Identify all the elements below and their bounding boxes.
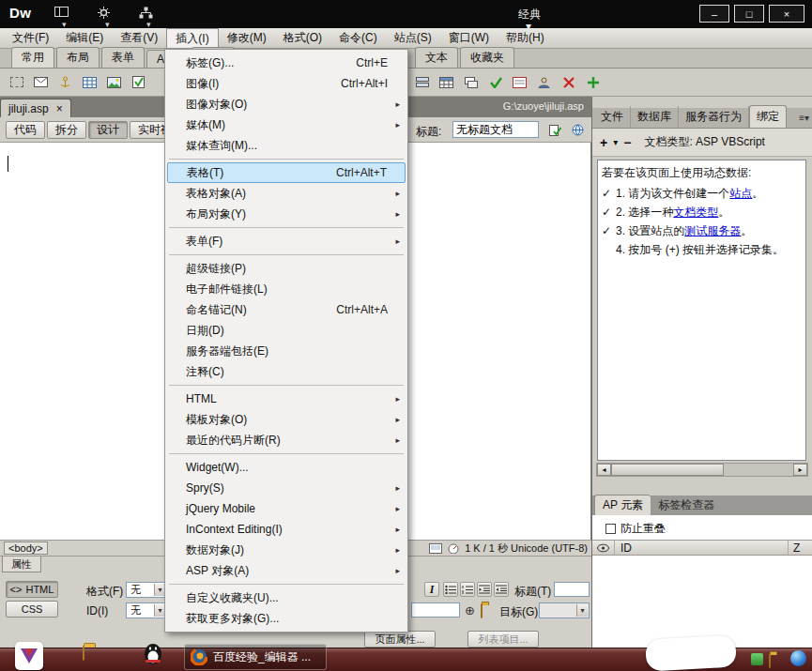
server-object-icon[interactable] — [411, 71, 433, 93]
close-button[interactable]: × — [769, 5, 804, 23]
window-size-icon[interactable] — [429, 543, 442, 554]
menu-window[interactable]: 窗口(W) — [440, 28, 498, 48]
properties-tab[interactable]: 属性 — [2, 557, 41, 572]
design-view-button[interactable]: 设计 — [88, 121, 128, 139]
taskbar-firefox-task[interactable]: 百度经验_编辑器 ... — [184, 644, 327, 670]
tab-ap-elements[interactable]: AP 元素 — [594, 495, 651, 515]
taskbar-explorer-icon[interactable] — [83, 647, 84, 660]
menu-item-data-objects[interactable]: 数据对象(J)▸ — [167, 540, 406, 560]
menu-commands[interactable]: 命令(C) — [330, 28, 386, 48]
prevent-overlap-checkbox[interactable] — [605, 524, 616, 534]
scroll-left-icon[interactable]: ◂ — [597, 464, 611, 476]
user-auth-icon[interactable] — [533, 71, 555, 93]
visibility-eye-icon[interactable] — [592, 541, 615, 555]
doctype-link[interactable]: 文档类型 — [673, 206, 718, 219]
layout-switcher-button[interactable]: ▾ — [54, 7, 69, 17]
menu-modify[interactable]: 修改(M) — [219, 28, 275, 48]
tab-text[interactable]: 文本 — [415, 47, 458, 68]
horizontal-scrollbar[interactable]: ◂ ▸ — [596, 463, 808, 477]
scroll-right-icon[interactable]: ▸ — [793, 464, 807, 476]
split-view-button[interactable]: 拆分 — [47, 121, 86, 139]
tray-antivirus-icon[interactable] — [751, 653, 763, 665]
menu-item-widget[interactable]: Widget(W)... — [167, 457, 406, 478]
checkbox-widget-icon[interactable] — [128, 71, 149, 93]
menu-item-table-objects[interactable]: 表格对象(A)▸ — [167, 183, 406, 204]
ordered-list-icon[interactable] — [460, 582, 475, 597]
indent-icon[interactable] — [494, 582, 509, 597]
menu-item-form[interactable]: 表单(F)▸ — [167, 231, 406, 252]
tab-databases[interactable]: 数据库 — [631, 106, 679, 128]
tab-forms[interactable]: 表单 — [101, 47, 145, 68]
scrollbar-thumb[interactable] — [611, 464, 724, 476]
repeat-region-icon[interactable] — [460, 71, 482, 93]
preview-globe-icon[interactable] — [567, 119, 589, 141]
menu-item-server-side-include[interactable]: 服务器端包括(E) — [167, 341, 406, 361]
link-input[interactable] — [411, 602, 460, 618]
menu-item-incontext-editing[interactable]: InContext Editing(I)▸ — [167, 519, 406, 540]
page-properties-button[interactable]: 页面属性... — [364, 631, 436, 648]
css-mode-button[interactable]: CSS — [6, 601, 58, 618]
tab-layout[interactable]: 布局 — [56, 47, 100, 68]
menu-view[interactable]: 查看(V) — [112, 28, 166, 48]
panel-menu-icon[interactable]: ≡▾ — [799, 113, 809, 123]
tab-bindings[interactable]: 绑定 — [749, 105, 787, 128]
menu-item-email-link[interactable]: 电子邮件链接(L) — [167, 279, 406, 299]
unordered-list-icon[interactable] — [443, 582, 458, 597]
dynamic-check-icon[interactable] — [484, 71, 506, 93]
maximize-button[interactable]: □ — [734, 5, 764, 23]
menu-item-layout-objects[interactable]: 布局对象(Y)▸ — [167, 204, 406, 224]
check-page-icon[interactable] — [544, 119, 566, 141]
document-tab[interactable]: jiluji.asp × — [0, 99, 71, 117]
table-icon[interactable] — [79, 71, 100, 93]
browse-folder-icon[interactable] — [481, 604, 483, 618]
menu-item-hyperlink[interactable]: 超级链接(P) — [167, 258, 406, 279]
tray-folder-icon[interactable] — [769, 654, 771, 667]
add-record-icon[interactable] — [582, 71, 604, 93]
heading-input[interactable] — [554, 582, 590, 597]
menu-item-tag[interactable]: 标签(G)...Ctrl+E — [167, 53, 406, 73]
menu-item-media-queries[interactable]: 媒体查询(M)... — [167, 135, 406, 156]
menu-item-named-anchor[interactable]: 命名锚记(N)Ctrl+Alt+A — [167, 299, 406, 320]
test-server-link[interactable]: 测试服务器 — [684, 224, 741, 237]
tab-favorites[interactable]: 收藏夹 — [460, 47, 514, 68]
menu-item-recent-snippets[interactable]: 最近的代码片断(R)▸ — [167, 430, 406, 450]
tag-selector-body[interactable]: <body> — [4, 541, 48, 555]
id-dropdown[interactable]: 无▾ — [126, 602, 167, 618]
minimize-button[interactable]: – — [699, 5, 729, 23]
menu-item-customize-favorites[interactable]: 自定义收藏夹(U)... — [167, 587, 406, 608]
menu-item-image-objects[interactable]: 图像对象(O)▸ — [167, 94, 406, 114]
menu-item-get-more-objects[interactable]: 获取更多对象(G)... — [167, 608, 406, 629]
workspace-switcher[interactable]: 经典 ▾ — [518, 7, 541, 23]
menu-item-media[interactable]: 媒体(M)▸ — [167, 114, 406, 135]
add-binding-button[interactable]: + — [600, 135, 607, 150]
point-to-file-icon[interactable]: ⊕ — [465, 603, 475, 618]
tab-tag-inspector[interactable]: 标签检查器 — [651, 496, 722, 515]
italic-button[interactable]: I — [424, 582, 439, 597]
code-view-button[interactable]: 代码 — [6, 121, 45, 139]
menu-item-html[interactable]: HTML▸ — [167, 389, 406, 409]
menu-item-spry[interactable]: Spry(S)▸ — [167, 478, 406, 498]
remove-binding-button[interactable]: − — [623, 135, 631, 150]
site-link[interactable]: 站点 — [729, 187, 752, 200]
menu-item-table[interactable]: 表格(T)Ctrl+Alt+T — [167, 162, 406, 183]
menu-item-template-objects[interactable]: 模板对象(O)▸ — [167, 409, 406, 430]
tab-files[interactable]: 文件 — [594, 106, 631, 128]
html-mode-button[interactable]: <> HTML — [6, 581, 58, 598]
menu-help[interactable]: 帮助(H) — [498, 28, 553, 48]
target-dropdown[interactable]: ▾ — [539, 602, 590, 618]
extend-button[interactable]: ▾ — [98, 7, 110, 19]
menu-format[interactable]: 格式(O) — [275, 28, 330, 48]
menu-item-comment[interactable]: 注释(C) — [167, 361, 406, 382]
menu-item-date[interactable]: 日期(D) — [167, 320, 406, 341]
menu-item-jquery-mobile[interactable]: jQuery Mobile▸ — [167, 498, 406, 519]
menu-site[interactable]: 站点(S) — [386, 28, 440, 48]
tab-server-behaviors[interactable]: 服务器行为 — [679, 106, 749, 128]
form-insert-icon[interactable] — [509, 71, 530, 93]
outdent-icon[interactable] — [477, 582, 492, 597]
tray-browser-icon[interactable] — [790, 650, 806, 666]
named-anchor-icon[interactable] — [54, 71, 76, 93]
delete-record-icon[interactable] — [558, 71, 579, 93]
menu-edit[interactable]: 编辑(E) — [57, 28, 112, 48]
taskbar-app-icon[interactable] — [15, 642, 43, 670]
menu-item-asp-objects[interactable]: ASP 对象(A)▸ — [167, 560, 406, 581]
